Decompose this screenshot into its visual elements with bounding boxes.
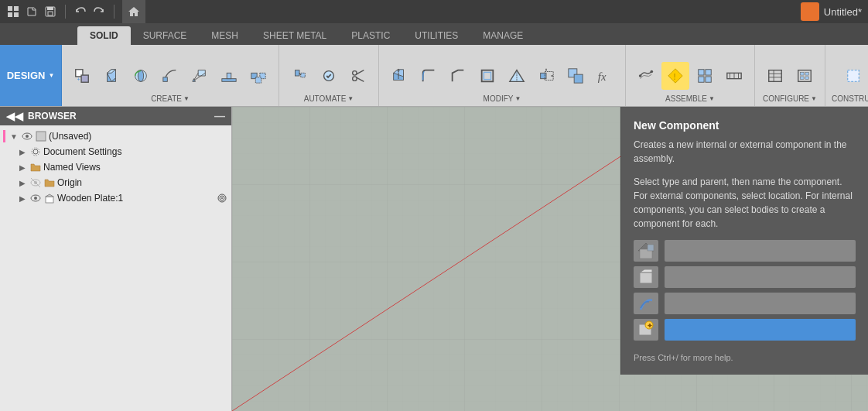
assemble-icon1[interactable] <box>632 62 660 90</box>
svg-text:✦: ✦ <box>647 322 653 330</box>
design-button[interactable]: DESIGN ▼ <box>0 45 62 106</box>
browser-panel: ◀◀ BROWSER — ▼ (Unsaved) ▶ <box>0 107 232 411</box>
save-icon[interactable] <box>43 5 57 19</box>
tooltip-option-2[interactable] <box>634 266 856 288</box>
tab-surface[interactable]: SURFACE <box>131 26 200 45</box>
svg-marker-89 <box>640 269 652 272</box>
svg-point-77 <box>34 197 37 200</box>
rib-icon[interactable] <box>215 62 243 90</box>
gear-icon <box>29 146 42 158</box>
ribbon: DESIGN ▼ + <box>0 45 868 107</box>
svg-rect-21 <box>222 79 236 82</box>
ribbon-group-create: + <box>62 45 279 106</box>
tree-item-origin[interactable]: ▶ Origin <box>14 175 231 190</box>
redo-icon[interactable] <box>92 5 106 19</box>
tree-arrow[interactable]: ▶ <box>17 194 28 203</box>
svg-rect-9 <box>81 75 88 82</box>
new-component-icon[interactable]: + <box>68 62 96 90</box>
fillet-icon[interactable] <box>415 62 443 90</box>
tab-manage[interactable]: MANAGE <box>470 26 535 45</box>
automate-icon2[interactable] <box>315 62 343 90</box>
ribbon-group-assemble: ! ASSEMBLE <box>626 45 755 106</box>
press-pull-icon[interactable] <box>385 62 413 90</box>
assemble-icon2[interactable]: ! <box>661 62 689 90</box>
tab-sheet-metal[interactable]: SHEET METAL <box>251 26 339 45</box>
tab-solid[interactable]: SOLID <box>77 26 131 45</box>
automate-chevron[interactable]: ▼ <box>347 95 354 102</box>
svg-rect-22 <box>227 73 231 78</box>
automate-icon1[interactable] <box>285 62 313 90</box>
tooltip-option-1[interactable] <box>634 240 856 262</box>
tree-item-doc-settings[interactable]: ▶ Document Settings <box>14 144 231 159</box>
eye-icon[interactable] <box>21 130 33 142</box>
svg-text:fx: fx <box>598 70 607 83</box>
tree-label: Origin <box>57 177 228 188</box>
browser-minimize[interactable]: — <box>214 110 225 122</box>
automate-scissors-icon[interactable] <box>344 62 372 90</box>
assemble-chevron[interactable]: ▼ <box>709 95 715 102</box>
svg-rect-53 <box>706 77 711 82</box>
configure-label: CONFIGURE ▼ <box>763 94 817 103</box>
tab-plastic[interactable]: PLASTIC <box>339 26 402 45</box>
assemble-icon4[interactable] <box>720 62 748 90</box>
tree-item-named-views[interactable]: ▶ Named Views <box>14 159 231 175</box>
tree-arrow[interactable]: ▶ <box>17 163 28 172</box>
tree-item-wooden-plate[interactable]: ▶ Wooden Plate:1 <box>14 190 231 206</box>
target-icon[interactable] <box>216 192 228 204</box>
tab-mesh[interactable]: MESH <box>199 26 251 45</box>
svg-rect-0 <box>8 6 12 11</box>
svg-point-46 <box>639 74 642 77</box>
fx-icon[interactable]: fx <box>591 62 619 90</box>
configure-icon2[interactable] <box>791 62 818 90</box>
loft-icon[interactable] <box>186 62 214 90</box>
svg-rect-5 <box>47 7 53 10</box>
tooltip-option-4[interactable]: ✦ <box>634 319 856 341</box>
modify-icons: fx <box>385 62 619 93</box>
revolve-icon[interactable] <box>127 62 155 90</box>
svg-point-69 <box>26 135 29 138</box>
ribbon-group-configure: CONFIGURE ▼ <box>755 45 825 106</box>
svg-rect-70 <box>36 132 46 141</box>
tree-item-root[interactable]: ▼ (Unsaved) <box>0 128 231 144</box>
combine-icon[interactable] <box>562 62 589 90</box>
pattern-icon[interactable] <box>244 62 272 90</box>
tab-utilities[interactable]: UTILITIES <box>402 26 470 45</box>
svg-rect-26 <box>296 70 300 76</box>
scale-icon[interactable] <box>532 62 560 90</box>
shell-icon[interactable] <box>473 62 501 90</box>
create-chevron[interactable]: ▼ <box>183 95 190 102</box>
svg-rect-1 <box>14 6 19 11</box>
modify-chevron[interactable]: ▼ <box>514 95 521 102</box>
svg-text:+: + <box>77 76 80 83</box>
eye-icon2[interactable] <box>29 192 42 204</box>
automate-icons <box>285 62 372 93</box>
tooltip-title: New Component <box>634 119 856 132</box>
chamfer-icon[interactable] <box>444 62 472 90</box>
tree-arrow[interactable]: ▼ <box>9 132 19 141</box>
home-button[interactable] <box>122 0 145 23</box>
apps-icon[interactable] <box>6 5 20 19</box>
extrude-icon[interactable] <box>97 62 125 90</box>
active-indicator <box>3 130 5 142</box>
browser-tree: ▼ (Unsaved) ▶ Document Settings ▶ <box>0 125 231 411</box>
browser-collapse-left[interactable]: ◀◀ <box>6 110 23 122</box>
tree-arrow[interactable]: ▶ <box>17 179 28 187</box>
eye-hidden-icon[interactable] <box>29 176 42 189</box>
configure-chevron[interactable]: ▼ <box>811 95 817 102</box>
tooltip-option-3[interactable] <box>634 293 856 314</box>
sweep-icon[interactable] <box>156 62 184 90</box>
file-menu-icon[interactable] <box>25 5 39 19</box>
construct-icon1[interactable] <box>839 62 867 90</box>
tab-bar: SOLID SURFACE MESH SHEET METAL PLASTIC U… <box>0 23 868 45</box>
construct-icons <box>839 62 867 93</box>
assemble-icon3[interactable] <box>691 62 719 90</box>
viewport-canvas[interactable]: New Component Creates a new internal or … <box>232 107 868 411</box>
undo-icon[interactable] <box>73 5 87 19</box>
draft-icon[interactable] <box>503 62 531 90</box>
assemble-icons: ! <box>632 62 748 93</box>
folder-icon <box>29 161 42 173</box>
svg-point-82 <box>221 197 223 199</box>
configure-icon1[interactable] <box>761 62 789 90</box>
design-chevron: ▼ <box>48 72 54 79</box>
tree-arrow[interactable]: ▶ <box>17 148 28 156</box>
